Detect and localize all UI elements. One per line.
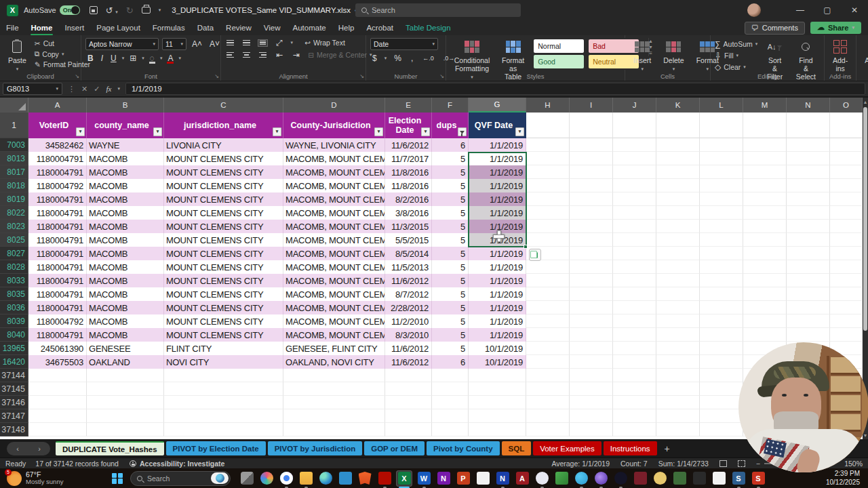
filter-dropdown-icon[interactable]: ▾ <box>153 127 162 136</box>
filter-dropdown-icon[interactable]: ▾ <box>273 127 281 136</box>
row-header-1[interactable]: 1 <box>0 113 28 138</box>
cell[interactable] <box>656 233 700 247</box>
cell[interactable]: 1/1/2019 <box>469 206 526 220</box>
cell[interactable]: WAYNE, LIVONIA CITY <box>283 138 385 152</box>
currency-format-icon[interactable]: $ <box>370 54 379 63</box>
page-break-view-icon[interactable] <box>738 460 745 467</box>
cell[interactable] <box>656 355 700 369</box>
cell[interactable] <box>743 152 787 165</box>
taskbar-search[interactable]: Search <box>130 471 231 486</box>
filter-dropdown-icon[interactable]: ▾ <box>374 127 383 136</box>
cell[interactable] <box>526 314 570 328</box>
microsoft-store-icon[interactable] <box>337 470 353 487</box>
scroll-up-icon[interactable]: ▲ <box>863 98 868 106</box>
cell[interactable] <box>656 220 700 233</box>
sheet-tab-voter-examples[interactable]: Voter Examples <box>533 441 601 455</box>
cell[interactable]: MACOMB <box>87 328 164 342</box>
column-header-M[interactable]: M <box>743 98 787 113</box>
onenote-win-icon[interactable]: N <box>494 470 511 487</box>
cell[interactable]: MACOMB, MOUNT CLEMENS CITY <box>283 314 385 328</box>
tab-file[interactable]: File <box>0 20 25 35</box>
cell[interactable]: 5 <box>432 165 469 179</box>
row-header-16420[interactable]: 16420 <box>0 355 28 369</box>
cell[interactable] <box>613 369 656 382</box>
cell[interactable] <box>164 396 283 409</box>
cell[interactable] <box>613 274 656 287</box>
filter-dropdown-icon[interactable]: ▾ <box>76 127 85 136</box>
column-header-I[interactable]: I <box>570 98 613 113</box>
cell[interactable] <box>570 355 613 369</box>
cell[interactable]: 5 <box>432 247 469 260</box>
grow-font-icon[interactable]: A˄ <box>190 39 204 49</box>
cell[interactable] <box>385 369 432 382</box>
cell[interactable]: 2/28/2012 <box>385 301 432 314</box>
cell[interactable] <box>656 382 700 396</box>
cell[interactable]: MACOMB <box>87 220 164 233</box>
number-format-select[interactable]: Date▾ <box>370 38 438 50</box>
cell[interactable] <box>469 369 526 382</box>
cell[interactable]: MOUNT CLEMENS CITY <box>164 206 283 220</box>
minimize-button[interactable]: — <box>787 0 814 20</box>
cell[interactable] <box>743 260 787 274</box>
sheet-prev-icon[interactable]: ‹ <box>16 445 19 453</box>
cell[interactable] <box>830 165 863 179</box>
analyze-data-button[interactable]: Analyze Data <box>861 38 868 74</box>
cell[interactable] <box>613 314 656 328</box>
cell[interactable] <box>570 396 613 409</box>
cell[interactable] <box>570 247 613 260</box>
cell[interactable]: MACOMB, MOUNT CLEMENS CITY <box>283 260 385 274</box>
cell[interactable]: 245061390 <box>28 342 87 355</box>
cell[interactable] <box>656 274 700 287</box>
cell[interactable] <box>526 152 570 165</box>
cell[interactable]: 1/1/2019 <box>469 314 526 328</box>
cell[interactable]: MACOMB <box>87 314 164 328</box>
column-header-N[interactable]: N <box>787 98 830 113</box>
cell[interactable]: MOUNT CLEMENS CITY <box>164 260 283 274</box>
cell[interactable] <box>787 138 830 152</box>
task-view-icon[interactable] <box>239 470 255 487</box>
cell[interactable]: MACOMB, MOUNT CLEMENS CITY <box>283 220 385 233</box>
cell[interactable]: 1180004791 <box>28 206 87 220</box>
center-icon[interactable] <box>241 52 252 59</box>
cell[interactable] <box>526 179 570 192</box>
column-header-G[interactable]: G <box>469 98 526 113</box>
cell[interactable] <box>830 287 863 301</box>
row-header-37144[interactable]: 37144 <box>0 369 28 382</box>
column-header-L[interactable]: L <box>700 98 743 113</box>
cell[interactable]: 1180004791 <box>28 220 87 233</box>
wrap-text-button[interactable]: ↩Wrap Text <box>304 39 345 47</box>
cell[interactable]: 1180004791 <box>28 287 87 301</box>
telegram-icon[interactable] <box>573 470 589 487</box>
table-header-dups[interactable]: dups <box>432 113 469 138</box>
cell[interactable]: 1/1/2019 <box>469 220 526 233</box>
font-name-select[interactable]: Aptos Narrow▾ <box>85 38 159 50</box>
cell[interactable]: 11/5/2013 <box>385 260 432 274</box>
photos-icon[interactable] <box>553 470 570 487</box>
column-header-K[interactable]: K <box>656 98 700 113</box>
orientation-icon[interactable]: ⤢ <box>274 38 285 47</box>
sheet-tab-instructions[interactable]: Instructions <box>604 441 657 455</box>
cell[interactable] <box>613 220 656 233</box>
cell[interactable]: 5 <box>432 152 469 165</box>
cell[interactable] <box>432 369 469 382</box>
user-avatar[interactable] <box>747 3 761 17</box>
row-header-8036[interactable]: 8036 <box>0 301 28 314</box>
row-header-8040[interactable]: 8040 <box>0 328 28 342</box>
row-header-8035[interactable]: 8035 <box>0 287 28 301</box>
column-header-C[interactable]: C <box>164 98 283 113</box>
cell[interactable] <box>830 314 863 328</box>
cell[interactable]: LIVONIA CITY <box>164 138 283 152</box>
cell[interactable] <box>570 409 613 423</box>
cell[interactable] <box>700 409 743 423</box>
speedtest-icon[interactable] <box>612 470 629 487</box>
cell[interactable]: MACOMB <box>87 301 164 314</box>
cell[interactable] <box>570 260 613 274</box>
cell[interactable] <box>656 328 700 342</box>
cell[interactable]: FLINT CITY <box>164 342 283 355</box>
cell[interactable]: 10/1/2019 <box>469 342 526 355</box>
cell[interactable] <box>469 423 526 436</box>
cell[interactable]: MOUNT CLEMENS CITY <box>164 314 283 328</box>
powerpoint-icon[interactable]: P <box>455 470 471 487</box>
cell[interactable]: 11/6/2012 <box>385 355 432 369</box>
table-header-county-name[interactable]: county_name▾ <box>87 113 164 138</box>
